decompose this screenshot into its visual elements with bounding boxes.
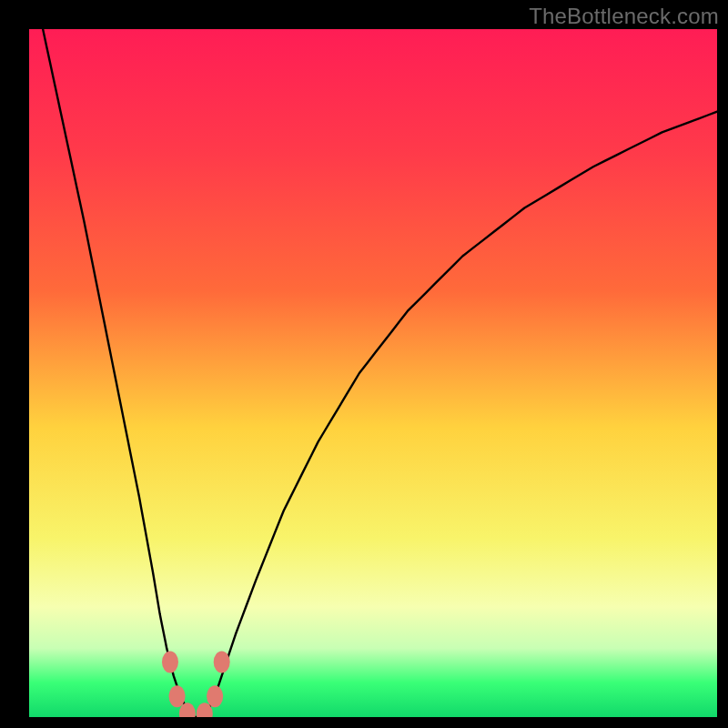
curve-marker [179,703,196,724]
chart-frame: TheBottleneck.com [0,0,728,728]
curve-marker [162,652,178,673]
gradient-background [29,29,717,717]
curve-marker [197,703,213,724]
watermark-text: TheBottleneck.com [529,4,719,29]
curve-marker [169,685,186,707]
curve-marker [207,685,223,707]
bottleneck-chart [0,0,728,728]
curve-marker [214,652,230,673]
